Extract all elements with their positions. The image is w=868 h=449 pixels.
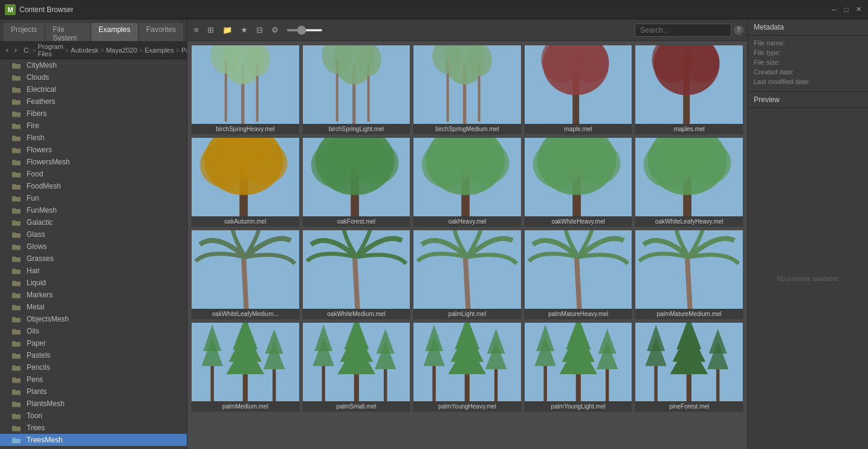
grid-item[interactable]: birchSpringMedium.mel (413, 45, 522, 135)
folder-icon (12, 231, 24, 239)
preview-placeholder: No preview available (748, 108, 868, 449)
grid-item[interactable]: palmLight.mel (413, 230, 522, 320)
grid-item-label: oakWhiteMedium.mel (303, 309, 410, 319)
list-view-button[interactable]: ≡ (191, 24, 202, 36)
minimize-button[interactable]: ─ (829, 5, 839, 15)
sidebar-item-trees[interactable]: Trees (0, 422, 187, 434)
grid-item[interactable]: palmMatureMedium.mel (635, 230, 743, 320)
sidebar-item-fibers[interactable]: Fibers (0, 108, 187, 120)
help-button[interactable]: ? (734, 25, 743, 35)
svg-rect-78 (210, 366, 213, 401)
grid-item[interactable]: oakWhiteLeafyMedium... (191, 230, 300, 320)
grid-item[interactable]: oakHeavy.mel (413, 137, 522, 227)
grid-thumbnail (413, 45, 521, 124)
sidebar-item-citymesh[interactable]: CityMesh (0, 59, 187, 71)
size-slider[interactable] (287, 29, 323, 31)
sidebar-item-label: Markers (27, 291, 53, 299)
favorites-button[interactable]: ★ (238, 24, 251, 36)
grid-item[interactable]: birchSpringLight.mel (302, 45, 411, 135)
grid-item[interactable]: maples.mel (635, 45, 743, 135)
sidebar-item-food[interactable]: Food (0, 168, 187, 180)
sidebar-item-metal[interactable]: Metal (0, 301, 187, 313)
forward-button[interactable]: › (12, 45, 19, 56)
sidebar-item-plants[interactable]: Plants (0, 386, 187, 398)
grid-item[interactable]: oakWhiteMedium.mel (302, 230, 411, 320)
sidebar-item-feathers[interactable]: Feathers (0, 95, 187, 108)
sidebar-item-label: PlantsMesh (27, 399, 65, 408)
modified-date-label: Last modified date: (754, 78, 862, 85)
grid-item[interactable]: palmYoungLight.mel (524, 322, 633, 412)
grid-item[interactable]: palmYoungHeavy.mel (413, 322, 522, 412)
grid-thumbnail (303, 323, 410, 401)
sidebar-item-fire[interactable]: Fire (0, 120, 187, 132)
sidebar-item-hair[interactable]: Hair (0, 265, 187, 277)
nav-tab-file-system[interactable]: File System (45, 23, 90, 41)
thumbnail-size-slider[interactable] (287, 29, 323, 31)
grid-item[interactable]: oakWhiteHeavy.mel (524, 137, 633, 227)
settings-button[interactable]: ⚙ (268, 24, 282, 36)
sidebar-item-glows[interactable]: Glows (0, 241, 187, 253)
metadata-title: Metadata (748, 19, 868, 36)
grid-item[interactable]: birchSpringHeavy.mel (191, 45, 300, 135)
sidebar-item-pens[interactable]: Pens (0, 373, 187, 386)
grid-area[interactable]: birchSpringHeavy.mel birchSpringLight.me… (187, 41, 747, 449)
sidebar-item-toon[interactable]: Toon (0, 410, 187, 422)
grid-item[interactable]: oakAutumn.mel (191, 137, 300, 227)
grid-item[interactable]: palmMatureHeavy.mel (524, 230, 633, 320)
sidebar-item-flowersmesh[interactable]: FlowersMesh (0, 156, 187, 168)
sidebar-item-paper[interactable]: Paper (0, 337, 187, 349)
sidebar-item-label: Toon (27, 412, 42, 420)
window-title: Content Browser (19, 5, 73, 14)
sidebar-item-label: FlowersMesh (27, 158, 70, 166)
folder-icon (12, 207, 24, 215)
sidebar-item-markers[interactable]: Markers (0, 289, 187, 301)
sidebar-item-oils[interactable]: Oils (0, 325, 187, 337)
sidebar-item-fun[interactable]: Fun (0, 192, 187, 204)
grid-item-label: palmMatureMedium.mel (635, 309, 743, 319)
sidebar-item-label: Clouds (27, 73, 49, 82)
grid-item[interactable]: oakForest.mel (302, 137, 411, 227)
sidebar-item-underwater[interactable]: Underwater (0, 446, 187, 449)
sidebar-item-pencils[interactable]: Pencils (0, 361, 187, 373)
grid-item[interactable]: oakWhiteLeafyHeavy.mel (635, 137, 743, 227)
grid-item[interactable]: pineForest.mel (635, 322, 743, 412)
sidebar-item-pastels[interactable]: Pastels (0, 349, 187, 361)
sidebar-item-label: Electrical (27, 85, 56, 94)
search-input[interactable] (635, 24, 731, 37)
grid-item[interactable]: maple.mel (524, 45, 633, 135)
back-button[interactable]: ‹ (4, 45, 11, 56)
search-box: ? (635, 24, 743, 37)
sidebar-item-flesh[interactable]: Flesh (0, 132, 187, 144)
svg-rect-119 (687, 375, 691, 401)
folder-new-button[interactable]: 📁 (219, 24, 235, 36)
nav-tab-favorites[interactable]: Favorites (139, 23, 183, 41)
sidebar-item-galactic[interactable]: Galactic (0, 216, 187, 228)
sidebar-item-liquid[interactable]: Liquid (0, 277, 187, 289)
sidebar-item-funmesh[interactable]: FunMesh (0, 204, 187, 216)
folder-icon (12, 436, 24, 444)
grid-item[interactable]: palmMedium.mel (191, 322, 300, 412)
sidebar-item-clouds[interactable]: Clouds (0, 71, 187, 83)
folder-icon (12, 328, 24, 335)
sidebar-item-treesmesh[interactable]: TreesMesh (0, 434, 187, 446)
sidebar-item-foodmesh[interactable]: FoodMesh (0, 180, 187, 192)
close-button[interactable]: ✕ (853, 5, 863, 15)
sidebar-item-objectsmesh[interactable]: ObjectsMesh (0, 313, 187, 325)
grid-item[interactable]: palmSmall.mel (302, 322, 411, 412)
grid-item-label: oakForest.mel (303, 216, 410, 227)
maximize-button[interactable]: □ (841, 5, 851, 15)
breadcrumb-nav: ‹ › (4, 45, 19, 56)
grid-view-button[interactable]: ⊞ (204, 24, 217, 36)
nav-tab-examples[interactable]: Examples (91, 23, 138, 41)
grid-thumbnail (635, 45, 743, 124)
sidebar-item-glass[interactable]: Glass (0, 228, 187, 241)
filter-button[interactable]: ⊟ (253, 24, 266, 36)
sidebar-item-flowers[interactable]: Flowers (0, 144, 187, 156)
sidebar-item-electrical[interactable]: Electrical (0, 83, 187, 95)
sidebar-item-plantsmesh[interactable]: PlantsMesh (0, 398, 187, 410)
sidebar-item-label: Hair (27, 266, 40, 275)
sidebar-item-label: Flesh (27, 134, 44, 142)
nav-tab-projects[interactable]: Projects (4, 23, 44, 41)
sidebar-scroll[interactable]: CityMesh Clouds Electrical Feathers Fibe… (0, 59, 187, 449)
sidebar-item-grasses[interactable]: Grasses (0, 253, 187, 265)
